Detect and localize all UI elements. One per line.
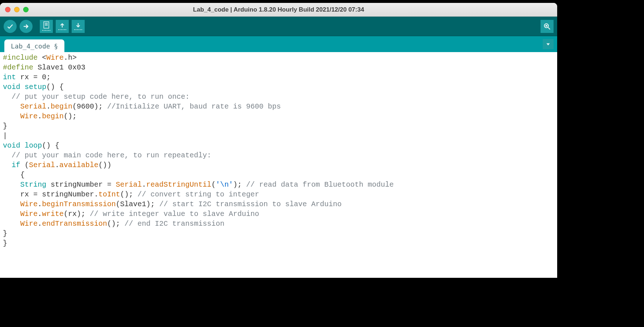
traffic-lights (0, 7, 29, 12)
titlebar: Lab_4_code | Arduino 1.8.20 Hourly Build… (0, 3, 557, 17)
arrow-up-icon (56, 20, 69, 33)
save-sketch-button[interactable] (71, 19, 85, 34)
verify-button[interactable] (3, 19, 17, 34)
new-sketch-button[interactable] (39, 19, 54, 34)
check-icon (4, 20, 17, 33)
svg-rect-1 (44, 22, 49, 28)
tab-menu-button[interactable] (543, 39, 554, 49)
magnifier-icon (541, 20, 554, 33)
svg-point-8 (546, 25, 547, 26)
minimize-window-button[interactable] (14, 7, 20, 12)
close-window-button[interactable] (5, 7, 10, 12)
arrow-right-icon (20, 20, 33, 33)
new-file-icon (40, 20, 53, 33)
tab-lab4code[interactable]: Lab_4_code § (4, 39, 64, 52)
open-sketch-button[interactable] (55, 19, 69, 34)
chevron-down-icon (546, 42, 551, 47)
tab-bar: Lab_4_code § (0, 36, 557, 52)
svg-line-9 (548, 27, 550, 29)
arduino-ide-window: Lab_4_code | Arduino 1.8.20 Hourly Build… (0, 3, 557, 278)
arrow-down-icon (72, 20, 85, 33)
code-editor[interactable]: #include <Wire.h> #define Slave1 0x03 in… (0, 52, 557, 278)
svg-marker-10 (546, 43, 550, 46)
tab-label: Lab_4_code (11, 42, 50, 50)
modified-indicator: § (54, 42, 58, 50)
toolbar (0, 17, 557, 36)
window-title: Lab_4_code | Arduino 1.8.20 Hourly Build… (0, 6, 557, 13)
upload-button[interactable] (19, 19, 33, 34)
serial-monitor-button[interactable] (540, 19, 554, 34)
maximize-window-button[interactable] (23, 7, 29, 12)
